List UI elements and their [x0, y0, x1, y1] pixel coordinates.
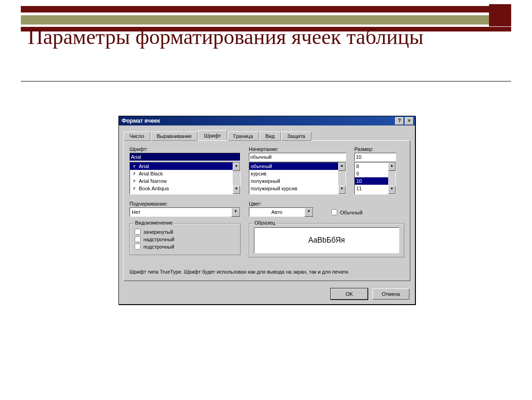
slide-title: Параметры форматирования ячеек таблицы — [28, 25, 423, 49]
style-item-bold[interactable]: полужирный — [249, 177, 346, 185]
truetype-icon: T — [131, 186, 137, 191]
strike-label: зачеркнутый — [143, 229, 173, 235]
font-item-book-antiqua[interactable]: T Book Antiqua — [130, 185, 240, 192]
scroll-down-icon[interactable]: ▼ — [338, 186, 346, 194]
strike-checkbox[interactable] — [135, 229, 141, 235]
font-item-label: Arial Black — [139, 171, 163, 176]
font-item-arial-black[interactable]: T Arial Black — [130, 170, 240, 177]
size-group: Размер: 8 9 10 11 ▲ — [354, 145, 396, 194]
font-item-label: Book Antiqua — [139, 186, 169, 191]
sample-text: AaBbБбЯя — [308, 236, 345, 244]
font-item-label: Arial Narrow — [139, 178, 167, 184]
scroll-down-icon[interactable]: ▼ — [388, 186, 396, 194]
font-listbox[interactable]: T Arial T Arial Black T Arial Narrow — [130, 162, 241, 194]
truetype-note: Шрифт типа TrueType. Шрифт будет использ… — [130, 269, 404, 275]
close-button[interactable]: × — [405, 117, 414, 125]
slide: Параметры форматирования ячеек таблицы Ф… — [0, 0, 532, 400]
style-item-italic[interactable]: курсив — [249, 170, 346, 177]
normal-checkbox-row: Обычный — [331, 209, 363, 215]
style-label: Начертание: — [249, 146, 346, 152]
scroll-track[interactable] — [233, 171, 240, 186]
font-label: Шрифт: — [130, 146, 241, 152]
scroll-up-icon[interactable]: ▲ — [233, 162, 240, 171]
truetype-icon: T — [131, 171, 137, 176]
underline-label: Подчеркивание: — [130, 201, 241, 206]
decor-square — [489, 4, 511, 26]
help-button[interactable]: ? — [395, 117, 404, 125]
font-item-label: Arial — [139, 163, 149, 169]
sample-preview: AaBbБбЯя — [254, 227, 399, 253]
chevron-down-icon[interactable]: ▼ — [231, 208, 240, 217]
sample-group: Образец AaBbБбЯя — [249, 223, 404, 257]
font-item-arial[interactable]: T Arial — [130, 162, 240, 170]
color-label: Цвет: — [249, 201, 314, 206]
tab-border[interactable]: Граница — [228, 131, 259, 141]
tab-alignment[interactable]: Выравнивание — [151, 131, 198, 141]
decor-bar-maroon-top — [21, 6, 511, 12]
tab-view[interactable]: Вид — [260, 131, 281, 141]
dialog-button-row: OK Отмена — [119, 285, 415, 304]
decor-bar-olive — [21, 15, 511, 25]
superscript-checkbox[interactable] — [135, 236, 141, 242]
font-group: Шрифт: T Arial T Arial Black — [130, 145, 241, 194]
title-underline — [21, 81, 511, 81]
titlebar[interactable]: Формат ячеек ? × — [119, 116, 415, 125]
dialog-title: Формат ячеек — [122, 118, 394, 124]
size-label: Размер: — [354, 146, 396, 152]
chevron-down-icon[interactable]: ▼ — [304, 208, 313, 217]
normal-checkbox[interactable] — [331, 209, 337, 215]
font-list-scrollbar[interactable]: ▲ ▼ — [233, 162, 240, 194]
underline-value: Нет — [130, 209, 231, 215]
size-list-scrollbar[interactable]: ▲ ▼ — [388, 162, 396, 194]
color-combo[interactable]: Авто ▼ — [249, 207, 314, 217]
underline-combo[interactable]: Нет ▼ — [130, 207, 241, 217]
style-list-scrollbar[interactable]: ▲ ▼ — [338, 162, 346, 194]
subscript-row: подстрочный — [135, 244, 235, 250]
color-group: Цвет: Авто ▼ — [249, 200, 314, 217]
strike-row: зачеркнутый — [135, 229, 235, 235]
style-item-regular[interactable]: обычный — [249, 162, 346, 170]
scroll-track[interactable] — [388, 171, 396, 186]
font-input[interactable] — [130, 153, 241, 161]
effects-group: Видоизменение зачеркнутый надстрочный по… — [130, 223, 241, 255]
size-input[interactable] — [354, 153, 396, 161]
tab-strip: Число Выравнивание Шрифт Граница Вид Защ… — [124, 130, 410, 140]
tab-font[interactable]: Шрифт — [198, 130, 227, 140]
truetype-icon: T — [131, 164, 137, 169]
tab-panel: Шрифт: T Arial T Arial Black — [124, 140, 410, 281]
scroll-down-icon[interactable]: ▼ — [233, 186, 240, 194]
cancel-button[interactable]: Отмена — [372, 288, 409, 300]
scroll-up-icon[interactable]: ▲ — [338, 162, 346, 171]
style-listbox[interactable]: обычный курсив полужирный полужирный кур… — [249, 162, 346, 194]
format-cells-dialog: Формат ячеек ? × Число Выравнивание Шриф… — [118, 116, 415, 305]
superscript-row: надстрочный — [135, 236, 235, 242]
subscript-checkbox[interactable] — [135, 244, 141, 250]
subscript-label: подстрочный — [143, 244, 174, 250]
tab-protection[interactable]: Защита — [281, 131, 311, 141]
sample-legend: Образец — [253, 220, 276, 225]
style-group: Начертание: обычный курсив полужирный по… — [249, 145, 346, 194]
scroll-track[interactable] — [338, 171, 346, 186]
style-item-bold-italic[interactable]: полужирный курсив — [249, 185, 346, 192]
ok-button[interactable]: OK — [331, 288, 368, 300]
underline-group: Подчеркивание: Нет ▼ — [130, 200, 241, 217]
scroll-up-icon[interactable]: ▲ — [388, 162, 396, 171]
style-input[interactable] — [249, 153, 346, 161]
truetype-icon: T — [131, 179, 137, 184]
normal-checkbox-label: Обычный — [340, 210, 363, 215]
color-value: Авто — [249, 209, 304, 215]
tab-number[interactable]: Число — [124, 131, 150, 141]
superscript-label: надстрочный — [143, 237, 174, 242]
tab-area: Число Выравнивание Шрифт Граница Вид Защ… — [119, 125, 415, 285]
effects-legend: Видоизменение — [134, 220, 174, 225]
font-item-arial-narrow[interactable]: T Arial Narrow — [130, 177, 240, 185]
